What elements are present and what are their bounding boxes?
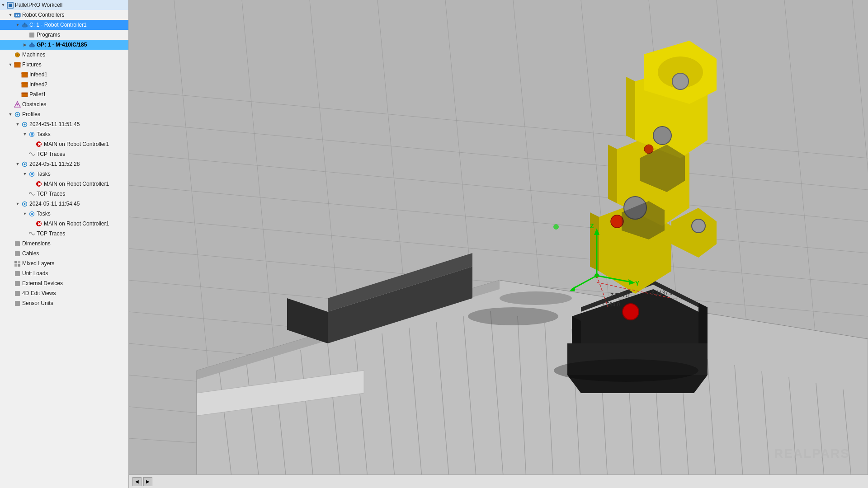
svg-point-128 [672,73,689,89]
tree-icon-robot [28,41,35,48]
expand-btn-tasks1[interactable]: ▼ [22,131,28,137]
tree-label-tasks1: Tasks [37,131,51,137]
tree-item-main1[interactable]: ✖MAIN on Robot Controller1 [0,139,128,149]
tree-item-infeed1[interactable]: Infeed1 [0,70,128,80]
svg-point-127 [653,127,671,145]
tree-item-ext-devices[interactable]: External Devices [0,278,128,288]
svg-text:✖: ✖ [38,182,42,187]
tree-item-mixed-layers[interactable]: Mixed Layers [0,258,128,268]
expand-btn-profile2[interactable]: ▼ [14,161,21,167]
tree-label-controller1: C: 1 - Robot Controller1 [29,22,87,28]
expand-btn-workcell[interactable]: ▼ [0,2,6,8]
tree-label-tasks2: Tasks [37,171,51,177]
tree-label-tasks3: Tasks [37,211,51,217]
svg-point-4 [18,14,19,16]
tree-item-gp1[interactable]: ▶GP: 1 - M-410iC/185 [0,40,128,50]
tree-item-fixtures[interactable]: ▼Fixtures [0,60,128,70]
scene-svg: Z Y Z 750.0 Y 584.0 X 1137.0 [129,0,868,488]
tree-icon-cable [14,250,21,257]
tree-item-tcp1[interactable]: TCP Traces [0,149,128,159]
tree-item-main3[interactable]: ✖MAIN on Robot Controller1 [0,219,128,229]
tree-label-profile1: 2024-05-11 11:51:45 [29,121,80,127]
tree-label-gp1: GP: 1 - M-410iC/185 [37,42,87,48]
tree-label-ext-devices: External Devices [22,280,63,286]
tree-item-main2[interactable]: ✖MAIN on Robot Controller1 [0,179,128,189]
tree-item-programs[interactable]: Programs [0,30,128,40]
expand-btn-profile3[interactable]: ▼ [14,201,21,207]
tree-item-obstacles[interactable]: Obstacles [0,99,128,109]
tree-item-profile1[interactable]: ▼2024-05-11 11:51:45 [0,119,128,129]
viewport: Z Y Z 750.0 Y 584.0 X 1137.0 REALPAR [129,0,868,488]
tree-item-machines[interactable]: Machines [0,50,128,60]
tree-item-4d-edit[interactable]: 4D Edit Views [0,288,128,298]
tree-item-controller1[interactable]: ▼C: 1 - Robot Controller1 [0,20,128,30]
tree-item-profile2[interactable]: ▼2024-05-11 11:52:28 [0,159,128,169]
tree-icon-ext-dev [14,280,21,287]
tree-icon-unit-loads [14,270,21,277]
svg-rect-54 [15,291,20,296]
tree-icon-tcp [28,230,35,237]
svg-rect-23 [22,93,28,94]
tree-item-workcell[interactable]: ▼PalletPRO Workcell [0,0,128,10]
tree-item-unit-loads[interactable]: Unit Loads [0,268,128,278]
nav-left[interactable]: ◀ [132,477,142,486]
tree-icon-4d-edit [14,290,21,297]
tree-label-robot-controllers: Robot Controllers [22,12,64,18]
bottom-bar: ◀ ▶ [129,474,868,488]
shadow2 [500,291,572,305]
svg-point-15 [16,54,18,56]
expand-btn-tasks3[interactable]: ▼ [22,211,28,217]
tree-label-main3: MAIN on Robot Controller1 [44,221,109,227]
tree-label-tcp1: TCP Traces [37,151,65,157]
tree-item-tasks3[interactable]: ▼Tasks [0,209,128,219]
svg-rect-2 [14,13,20,17]
tree-icon-fixture [14,61,21,68]
tree-label-cables: Cables [22,250,39,257]
svg-text:Z: Z [590,222,594,230]
tree-label-unit-loads: Unit Loads [22,270,48,277]
svg-point-129 [611,215,623,228]
nav-right[interactable]: ▶ [143,477,152,486]
tree-item-pallet1[interactable]: Pallet1 [0,89,128,99]
tree-icon-tcp [28,190,35,197]
expand-btn-gp1[interactable]: ▶ [22,42,28,48]
expand-btn-fixtures[interactable]: ▼ [7,61,14,68]
tree-label-machines: Machines [22,52,45,58]
coord-y-label: Y 584.0 [601,301,620,308]
svg-point-29 [24,123,25,125]
tree-item-tasks2[interactable]: ▼Tasks [0,169,128,179]
tree-item-infeed2[interactable]: Infeed2 [0,80,128,89]
tree-item-tcp2[interactable]: TCP Traces [0,189,128,199]
svg-text:✖: ✖ [38,221,42,226]
expand-btn-tasks2[interactable]: ▼ [22,171,28,177]
expand-btn-profile1[interactable]: ▼ [14,121,21,127]
expand-btn-robot-controllers[interactable]: ▼ [7,12,14,18]
tree-icon-error: ✖ [35,180,42,188]
svg-rect-52 [15,271,20,276]
tree-label-infeed2: Infeed2 [29,81,47,88]
tree-icon-controller [14,11,21,19]
svg-rect-22 [22,94,28,97]
tree-item-robot-controllers[interactable]: ▼Robot Controllers [0,10,128,20]
tree-item-profiles[interactable]: ▼Profiles [0,109,128,119]
tree-item-dimensions[interactable]: Dimensions [0,239,128,249]
tree-item-tasks1[interactable]: ▼Tasks [0,129,128,139]
tree-item-tcp3[interactable]: TCP Traces [0,229,128,239]
svg-rect-21 [22,82,28,84]
tree-label-pallet1: Pallet1 [29,91,46,98]
tree-item-cables[interactable]: Cables [0,249,128,258]
tree-item-profile3[interactable]: ▼2024-05-11 11:54:45 [0,199,128,209]
svg-rect-48 [14,261,17,263]
svg-point-35 [24,163,25,165]
svg-rect-12 [29,45,30,47]
expand-btn-controller1[interactable]: ▼ [14,22,21,28]
tree-icon-profile [14,111,21,118]
tree-icon-programs [28,31,35,38]
tree-label-profiles: Profiles [22,111,40,117]
svg-rect-8 [27,25,28,27]
expand-btn-profiles[interactable]: ▼ [7,111,14,117]
svg-rect-11 [30,44,34,47]
svg-marker-121 [608,145,617,203]
svg-rect-43 [31,213,33,215]
tree-item-sensor-units[interactable]: Sensor Units [0,298,128,308]
